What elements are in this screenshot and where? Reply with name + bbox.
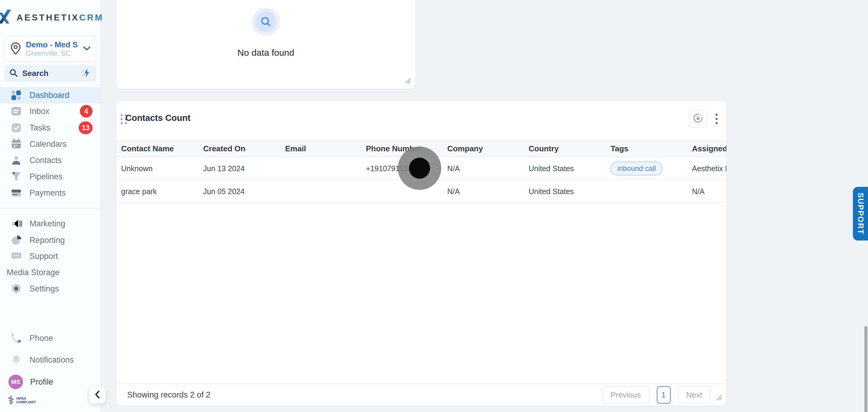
- sidebar-item-phone[interactable]: Phone: [0, 330, 101, 346]
- table-footer: Showing records 2 of 2 Previous 1 Next: [116, 383, 726, 406]
- sidebar-item-label: Payments: [30, 188, 66, 198]
- cell-assigned-user: N/A: [687, 187, 726, 196]
- page-number-button[interactable]: 1: [657, 386, 671, 404]
- search-icon: [9, 68, 18, 79]
- cell-company: N/A: [442, 164, 524, 173]
- table-row[interactable]: Unknown Jun 13 2024 +19107911246 N/A Uni…: [116, 158, 726, 180]
- no-data-widget: No data found: [116, 0, 415, 89]
- column-header[interactable]: Company: [442, 144, 524, 153]
- brand-logo: AESTHETIXCRM: [0, 8, 101, 27]
- sidebar-item-support[interactable]: Support: [0, 248, 101, 264]
- resize-handle-icon[interactable]: [403, 76, 411, 85]
- credit-card-icon: [10, 187, 22, 199]
- column-header[interactable]: Assigned user: [687, 144, 726, 153]
- sidebar-item-media-storage[interactable]: Media Storage: [0, 264, 101, 281]
- pie-chart-icon: [10, 234, 22, 246]
- megaphone-icon: [10, 218, 22, 229]
- sidebar-item-contacts[interactable]: Contacts: [0, 152, 101, 168]
- cell-created-on: Jun 13 2024: [198, 164, 280, 173]
- records-summary: Showing records 2 of 2: [127, 390, 602, 400]
- resize-handle-icon[interactable]: [714, 393, 722, 402]
- column-header[interactable]: Created On: [198, 144, 280, 153]
- previous-page-button[interactable]: Previous: [602, 386, 649, 404]
- location-city: Greenville, SC: [26, 50, 79, 58]
- sidebar-item-label: Inbox: [30, 107, 50, 116]
- sidebar: AESTHETIXCRM Demo - Med Spa Greenville, …: [0, 0, 101, 412]
- sidebar-item-label: Media Storage: [7, 268, 60, 277]
- cell-created-on: Jun 05 2024: [198, 187, 280, 196]
- hipaa-label: HIPAA COMPLIANT: [16, 397, 40, 404]
- tag-badge[interactable]: inbound call: [611, 162, 662, 176]
- sidebar-item-dashboard[interactable]: Dashboard: [0, 87, 101, 103]
- search-placeholder: Search: [22, 69, 77, 78]
- sidebar-item-calendars[interactable]: Calendars: [0, 136, 101, 152]
- location-name: Demo - Med Spa: [26, 40, 79, 50]
- vertical-scrollbar-thumb[interactable]: [864, 326, 867, 412]
- sidebar-item-settings[interactable]: Settings: [0, 281, 101, 297]
- table-row[interactable]: grace park Jun 05 2024 N/A United States…: [116, 181, 726, 203]
- chevron-down-icon: [83, 46, 91, 53]
- sidebar-divider: [0, 208, 101, 209]
- calendar-icon: [10, 138, 22, 150]
- column-header[interactable]: Country: [524, 144, 606, 153]
- pagination: Previous 1 Next: [602, 386, 711, 404]
- sidebar-item-label: Notifications: [30, 355, 74, 365]
- sidebar-item-label: Pipelines: [30, 172, 63, 182]
- widget-menu-button[interactable]: [712, 112, 721, 126]
- phone-handset-icon: [10, 332, 22, 344]
- inbox-unread-badge: 4: [80, 105, 93, 118]
- sidebar-item-inbox[interactable]: Inbox 4: [0, 103, 101, 119]
- brand-logo-icon: [0, 8, 13, 27]
- sidebar-collapse-button[interactable]: [89, 387, 105, 404]
- cell-country: United States: [524, 164, 606, 173]
- avatar: MS: [8, 375, 23, 389]
- sidebar-item-label: Contacts: [30, 156, 62, 165]
- sidebar-item-label: Dashboard: [30, 91, 69, 100]
- sidebar-item-profile[interactable]: MS Profile: [0, 374, 101, 390]
- person-icon: [10, 155, 22, 166]
- sidebar-item-label: Phone: [30, 334, 53, 343]
- sidebar-item-label: Tasks: [30, 123, 50, 133]
- support-tab-label: SUPPORT: [856, 193, 865, 235]
- sidebar-item-label: Profile: [30, 377, 53, 387]
- caduceus-icon: ⚕: [8, 394, 14, 406]
- sidebar-item-marketing[interactable]: Marketing: [0, 216, 101, 232]
- chat-bubble-icon: [10, 250, 22, 262]
- map-pin-icon: [10, 42, 22, 56]
- no-data-search-icon: [252, 8, 280, 36]
- cell-assigned-user: Aesthetix Ma: [687, 164, 726, 173]
- support-tab-button[interactable]: SUPPORT: [853, 187, 868, 241]
- gear-icon: [10, 283, 22, 294]
- cell-contact-name: Unknown: [116, 164, 198, 173]
- column-header[interactable]: Email: [280, 144, 361, 153]
- inbox-icon: [10, 105, 22, 117]
- cell-country: United States: [524, 187, 606, 196]
- column-header[interactable]: Contact Name: [116, 144, 198, 153]
- sidebar-item-notifications[interactable]: Notifications: [0, 352, 101, 368]
- task-check-icon: [10, 122, 22, 133]
- widget-title: Contacts Count: [125, 113, 190, 123]
- hipaa-compliant-logo: ⚕ HIPAA COMPLIANT: [8, 394, 40, 406]
- next-page-button[interactable]: Next: [678, 386, 711, 404]
- sidebar-item-label: Marketing: [30, 219, 65, 228]
- search-input[interactable]: Search: [4, 65, 96, 82]
- sidebar-item-tasks[interactable]: Tasks 13: [0, 120, 101, 136]
- download-button[interactable]: [689, 110, 707, 128]
- brand-name: AESTHETIXCRM: [17, 13, 104, 23]
- sidebar-item-pipelines[interactable]: Pipelines: [0, 168, 101, 185]
- sidebar-item-label: Calendars: [30, 139, 67, 149]
- quick-action-bolt-icon: [82, 68, 92, 79]
- cell-tags: inbound call: [606, 162, 687, 176]
- widget-header: Contacts Count: [116, 101, 726, 140]
- contacts-count-widget: Contacts Count Contact Name Create: [116, 101, 726, 406]
- sidebar-item-reporting[interactable]: Reporting: [0, 232, 101, 248]
- cell-company: N/A: [442, 187, 524, 196]
- sidebar-item-payments[interactable]: Payments: [0, 185, 101, 201]
- cell-contact-name: grace park: [116, 187, 198, 196]
- sidebar-item-label: Support: [30, 252, 58, 261]
- download-icon: [692, 113, 704, 125]
- no-data-message: No data found: [238, 47, 294, 58]
- column-header[interactable]: Phone Number: [361, 144, 442, 153]
- location-selector[interactable]: Demo - Med Spa Greenville, SC: [4, 36, 96, 62]
- column-header[interactable]: Tags: [606, 144, 687, 153]
